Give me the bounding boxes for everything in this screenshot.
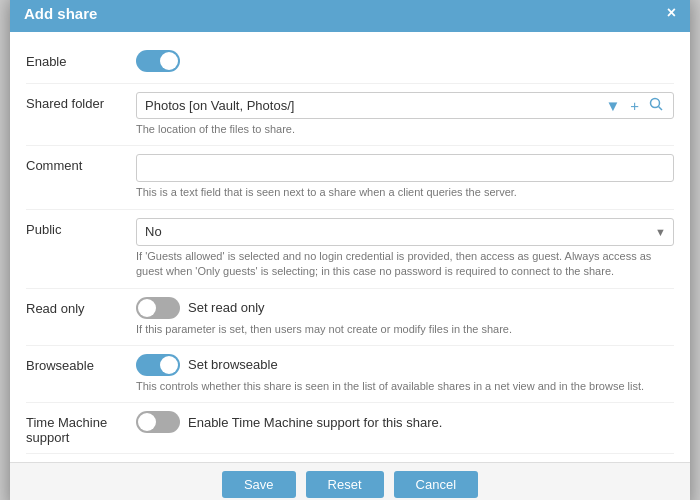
public-hint: If 'Guests allowed' is selected and no l… [136, 249, 674, 280]
folder-add-button[interactable]: + [628, 97, 641, 114]
time-machine-toggle-thumb [138, 413, 156, 431]
browseable-label: Browseable [26, 354, 136, 373]
read-only-hint: If this parameter is set, then users may… [136, 322, 674, 337]
enable-toggle-thumb [160, 52, 178, 70]
svg-point-0 [651, 99, 660, 108]
folder-search-button[interactable] [647, 97, 665, 114]
enable-row: Enable [26, 42, 674, 84]
comment-label: Comment [26, 154, 136, 173]
comment-input[interactable] [136, 154, 674, 182]
close-button[interactable]: × [667, 4, 676, 22]
time-machine-label: Time Machine support [26, 411, 136, 445]
search-icon [649, 97, 663, 111]
dialog-footer: Save Reset Cancel [10, 462, 690, 500]
time-machine-toggle-label: Enable Time Machine support for this sha… [188, 415, 442, 430]
browseable-hint: This controls whether this share is seen… [136, 379, 674, 394]
time-machine-content: Enable Time Machine support for this sha… [136, 411, 674, 433]
public-content: No Yes Only guests ▼ If 'Guests allowed'… [136, 218, 674, 280]
folder-input-text: Photos [on Vault, Photos/] [145, 98, 595, 113]
save-button[interactable]: Save [222, 471, 296, 498]
read-only-toggle-thumb [138, 299, 156, 317]
svg-line-1 [659, 107, 663, 111]
enable-label: Enable [26, 50, 136, 69]
shared-folder-content: Photos [on Vault, Photos/] ▼ + The locat… [136, 92, 674, 137]
browseable-toggle-track [136, 354, 180, 376]
cancel-button[interactable]: Cancel [394, 471, 478, 498]
inherit-acls-row: Inherit ACLs Honor existing ACLs This pa… [26, 454, 674, 462]
folder-dropdown-button[interactable]: ▼ [603, 97, 622, 114]
shared-folder-row: Shared folder Photos [on Vault, Photos/]… [26, 84, 674, 146]
dialog-header: Add share × [10, 0, 690, 32]
browseable-toggle-label: Set browseable [188, 357, 278, 372]
read-only-toggle[interactable] [136, 297, 180, 319]
dialog-body: Enable Shared folder Photos [on Vault, P… [10, 32, 690, 462]
browseable-toggle[interactable] [136, 354, 180, 376]
time-machine-toggle[interactable] [136, 411, 180, 433]
folder-actions: ▼ + [603, 97, 665, 114]
enable-content [136, 50, 674, 75]
dialog-title: Add share [24, 5, 97, 22]
public-select[interactable]: No Yes Only guests [136, 218, 674, 246]
enable-toggle[interactable] [136, 50, 180, 72]
read-only-toggle-label: Set read only [188, 300, 265, 315]
read-only-label: Read only [26, 297, 136, 316]
add-share-dialog: Add share × Enable Shared folder Photos … [10, 0, 690, 500]
folder-input-wrap: Photos [on Vault, Photos/] ▼ + [136, 92, 674, 119]
time-machine-toggle-track [136, 411, 180, 433]
time-machine-row: Time Machine support Enable Time Machine… [26, 403, 674, 454]
comment-row: Comment This is a text field that is see… [26, 146, 674, 209]
public-label: Public [26, 218, 136, 237]
public-row: Public No Yes Only guests ▼ If 'Guests a… [26, 210, 674, 289]
public-select-wrap: No Yes Only guests ▼ [136, 218, 674, 246]
shared-folder-hint: The location of the files to share. [136, 122, 674, 137]
read-only-content: Set read only If this parameter is set, … [136, 297, 674, 337]
reset-button[interactable]: Reset [306, 471, 384, 498]
read-only-row: Read only Set read only If this paramete… [26, 289, 674, 346]
shared-folder-label: Shared folder [26, 92, 136, 111]
read-only-toggle-track [136, 297, 180, 319]
browseable-toggle-thumb [160, 356, 178, 374]
comment-content: This is a text field that is seen next t… [136, 154, 674, 200]
enable-toggle-track [136, 50, 180, 72]
browseable-content: Set browseable This controls whether thi… [136, 354, 674, 394]
comment-hint: This is a text field that is seen next t… [136, 185, 674, 200]
browseable-row: Browseable Set browseable This controls … [26, 346, 674, 403]
